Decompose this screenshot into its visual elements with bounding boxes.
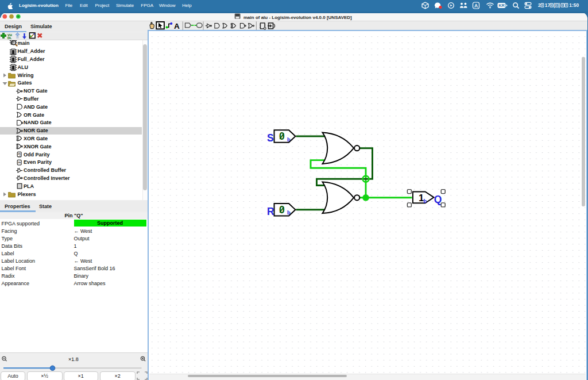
svg-text:×1.8: ×1.8 [68,356,79,362]
svg-text:(: ( [553,2,555,8]
svg-text:1:50: 1:50 [569,2,579,8]
svg-text:): ) [559,2,560,8]
svg-text:2k: 2k [18,161,21,164]
svg-text:A: A [174,22,180,30]
svg-text:17: 17 [545,2,551,8]
svg-text:DL: DL [7,36,12,40]
svg-text:2: 2 [538,2,541,8]
